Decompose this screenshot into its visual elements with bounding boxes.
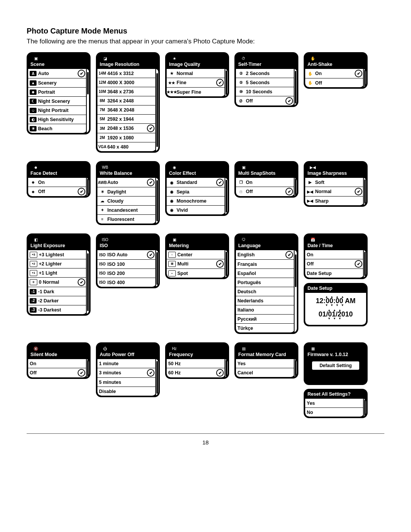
list-item[interactable]: ▶◀Sharp: [305, 197, 364, 205]
list-item[interactable]: ◉Sepia: [167, 187, 225, 197]
list-item[interactable]: 10M3648 x 2736: [97, 87, 156, 96]
list-item[interactable]: 8M3264 x 2448: [97, 96, 156, 105]
list-item[interactable]: On: [305, 250, 364, 259]
list-item[interactable]: ②2 Seconds: [236, 69, 295, 78]
list-item[interactable]: Cancel: [236, 368, 295, 377]
scrollbar[interactable]: [363, 399, 366, 417]
scrollbar[interactable]: [86, 178, 89, 196]
scrollbar[interactable]: [363, 178, 366, 205]
list-item[interactable]: Nederlands: [236, 296, 295, 305]
list-item[interactable]: -2-2 Darker: [28, 296, 87, 305]
scrollbar[interactable]: [225, 69, 228, 96]
list-item[interactable]: ▶◀Normal✔: [305, 187, 364, 197]
list-item[interactable]: •Spot: [167, 269, 225, 278]
default-setting-button[interactable]: Default Setting: [312, 361, 359, 370]
list-item[interactable]: Off✔: [305, 259, 364, 269]
list-item[interactable]: 3M2048 x 1536✔: [97, 124, 156, 133]
list-item[interactable]: Русский: [236, 315, 295, 324]
list-item[interactable]: ☀Beach: [28, 124, 87, 133]
list-item[interactable]: ISOISO Auto✔: [97, 250, 156, 260]
list-item[interactable]: Yes: [305, 399, 364, 408]
scrollbar[interactable]: [294, 250, 297, 332]
list-item[interactable]: +1+1 Light: [28, 268, 87, 278]
scrollbar[interactable]: [294, 69, 297, 105]
list-item[interactable]: ❐On: [236, 178, 295, 187]
list-item[interactable]: +3+3 Lightest: [28, 250, 87, 259]
list-item[interactable]: VGA640 x 480: [97, 142, 156, 151]
list-item[interactable]: Türkçe: [236, 324, 295, 332]
list-item[interactable]: ★★★Super Fine: [167, 88, 225, 96]
list-item[interactable]: Off✔: [28, 368, 87, 377]
list-item[interactable]: Français: [236, 260, 295, 269]
list-item[interactable]: ☁Cloudy: [97, 197, 156, 206]
list-item[interactable]: ☻On: [28, 178, 87, 187]
scrollbar[interactable]: [86, 359, 89, 377]
list-item[interactable]: 3 minutes✔: [97, 368, 156, 378]
list-item[interactable]: Español: [236, 269, 295, 278]
list-item[interactable]: ⑤5 Seconds: [236, 78, 295, 87]
list-item[interactable]: 14M4416 x 3312: [97, 69, 156, 78]
list-item[interactable]: 50 Hz: [167, 359, 225, 368]
list-item[interactable]: ☻Portrait: [28, 88, 87, 97]
list-item[interactable]: ◐High Sensitivity: [28, 115, 87, 124]
list-item[interactable]: ☾Night Scenery: [28, 97, 87, 106]
list-item[interactable]: ☺Night Portrait: [28, 106, 87, 115]
list-item[interactable]: 60 Hz✔: [167, 368, 225, 377]
list-item[interactable]: 5M2592 x 1944: [97, 115, 156, 124]
list-item[interactable]: +2+2 Lighter: [28, 259, 87, 268]
list-item[interactable]: ☻Off✔: [28, 187, 87, 196]
list-item[interactable]: ✦Incandescent: [97, 206, 156, 215]
list-item[interactable]: ◉Monochrome: [167, 197, 225, 206]
list-item[interactable]: Português: [236, 278, 295, 287]
list-item[interactable]: -3-3 Darkest: [28, 305, 87, 314]
list-item[interactable]: ⑩10 Seconds: [236, 87, 295, 96]
list-item[interactable]: 00 Normal✔: [28, 278, 87, 287]
scrollbar[interactable]: [294, 178, 297, 196]
list-item[interactable]: ★★Fine✔: [167, 78, 225, 88]
list-item[interactable]: AAuto✔: [28, 69, 87, 78]
scrollbar[interactable]: [155, 69, 158, 151]
list-item[interactable]: English✔: [236, 250, 295, 260]
list-item[interactable]: Date Setup: [305, 269, 364, 278]
list-item[interactable]: ISOISO 200: [97, 269, 156, 278]
list-item[interactable]: No: [305, 408, 364, 417]
list-item[interactable]: Italiano: [236, 305, 295, 315]
scrollbar[interactable]: [363, 69, 366, 87]
scrollbar[interactable]: [363, 250, 366, 278]
list-item[interactable]: ☀Daylight: [97, 187, 156, 197]
list-item[interactable]: Disable: [97, 387, 156, 396]
list-item[interactable]: 2M1920 x 1080: [97, 133, 156, 142]
list-item[interactable]: ≡Fluorescent: [97, 215, 156, 224]
list-item[interactable]: ✋On✔: [305, 69, 364, 78]
scrollbar[interactable]: [86, 69, 89, 133]
scrollbar[interactable]: [225, 178, 228, 214]
list-item[interactable]: 1 minute: [97, 359, 156, 368]
list-item[interactable]: ○Center: [167, 250, 225, 259]
list-item[interactable]: ✋Off: [305, 78, 364, 87]
list-item[interactable]: AWBAuto✔: [97, 178, 156, 187]
list-item[interactable]: ◉Standard✔: [167, 178, 225, 187]
list-item[interactable]: -1-1 Dark: [28, 287, 87, 296]
list-item[interactable]: 12M4000 X 3000: [97, 78, 156, 87]
list-item[interactable]: ⊞Multi✔: [167, 259, 225, 269]
scrollbar[interactable]: [155, 250, 158, 287]
list-item[interactable]: ◉Vivid: [167, 206, 225, 214]
list-item[interactable]: Deutsch: [236, 287, 295, 296]
list-item[interactable]: ISOISO 400: [97, 278, 156, 287]
down-arrows-icon[interactable]: ▼▼▼▼: [307, 304, 365, 307]
down-arrows-icon[interactable]: ▼▼▼: [307, 317, 365, 320]
list-item[interactable]: On: [28, 359, 87, 368]
list-item[interactable]: ØOff✔: [236, 96, 295, 105]
scrollbar[interactable]: [155, 178, 158, 224]
list-item[interactable]: ▲Scenery: [28, 78, 87, 88]
list-item[interactable]: 5 minutes: [97, 378, 156, 387]
scrollbar[interactable]: [294, 359, 297, 377]
list-item[interactable]: 7M3648 X 2048: [97, 105, 156, 115]
scrollbar[interactable]: [86, 250, 89, 314]
list-item[interactable]: □Off✔: [236, 187, 295, 196]
scrollbar[interactable]: [155, 359, 158, 396]
list-item[interactable]: ▶Soft: [305, 178, 364, 187]
list-item[interactable]: ISOISO 100: [97, 260, 156, 269]
list-item[interactable]: Yes: [236, 359, 295, 368]
scrollbar[interactable]: [225, 250, 228, 278]
